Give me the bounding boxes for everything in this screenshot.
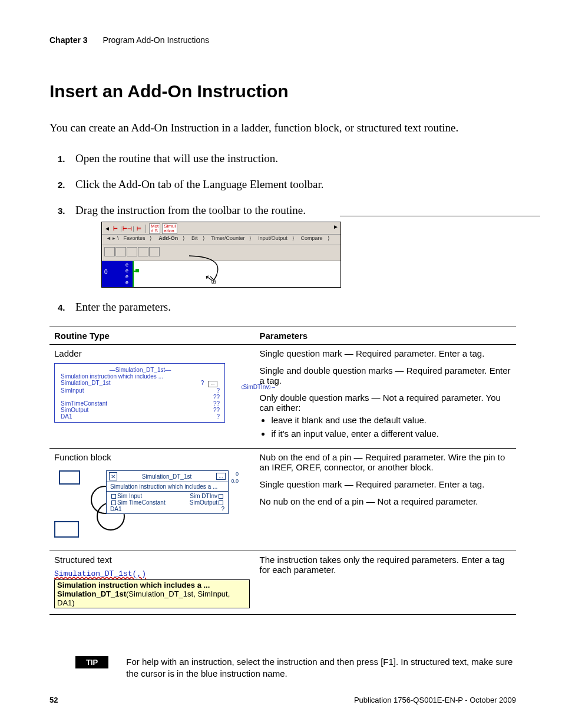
routine-ladder-label: Ladder <box>54 348 82 358</box>
ladder-bullet-2: if it's an input value, enter a differen… <box>271 429 511 439</box>
toolbar-screenshot: ◄ ⊢ ⊢⊣ ⊨ Motd S Simulation ► ◄ ▸ \Favori… <box>101 222 341 288</box>
tip-badge: TIP <box>75 656 108 668</box>
st-code: Simulation_DT_1st(,) <box>54 569 250 578</box>
th-routine-type: Routine Type <box>49 327 254 345</box>
ladder-canvas: 0 eeee ↖⊞ <box>102 261 340 287</box>
st-param-1: The instruction takes only the required … <box>259 555 511 575</box>
toolbar-tabs: ◄ ▸ \Favorites⟩ Add-On⟩ Bit⟩ Timer/Count… <box>102 234 340 245</box>
fb-param-2: Single question mark — Required paramete… <box>259 479 511 489</box>
tab-addon: Add-On <box>156 235 180 241</box>
step-2: 2.Click the Add-On tab of the Language E… <box>58 178 516 191</box>
publication-id: Publication 1756-QS001E-EN-P - October 2… <box>354 696 516 704</box>
chapter-title: Program Add-On Instructions <box>103 35 209 45</box>
routine-fb-label: Function block <box>54 452 111 462</box>
tip-block: TIP For help with an instruction, select… <box>75 656 516 680</box>
step-4: 4.Enter the parameters. <box>58 301 516 314</box>
fb-figure: ✕Simulation_DT_1st... Simulation instruc… <box>54 468 243 545</box>
routine-st-label: Structured text <box>54 555 112 565</box>
rung-block: 0 eeee <box>102 261 134 287</box>
running-header: Chapter 3 Program Add-On Instructions <box>49 35 516 45</box>
st-figure: Simulation_DT_1st(,) Simulation instruct… <box>54 569 250 608</box>
st-tooltip: Simulation instruction which includes a … <box>54 579 250 608</box>
table-row-st: Structured text Simulation_DT_1st(,) Sim… <box>49 551 516 615</box>
ladder-figure: —Simulation_DT_1st— Simulation instructi… <box>54 363 225 423</box>
parameters-table: Routine Type Parameters Ladder —Simulati… <box>49 327 516 615</box>
fb-param-3: No nub on the end of a pin — Not a requi… <box>259 496 511 506</box>
ladder-param-2: Single and double question marks — Requi… <box>259 365 511 386</box>
cursor-icon: ↖⊞ <box>204 272 218 283</box>
table-row-fb: Function block ✕Simulation_DT_1st... Sim… <box>49 449 516 551</box>
toolbar-icon-mot: Motd S <box>149 223 160 234</box>
page-footer: 52 Publication 1756-QS001E-EN-P - Octobe… <box>49 696 516 704</box>
chapter-label: Chapter 3 <box>49 35 88 45</box>
step-3: 3.Drag the instruction from the toolbar … <box>58 204 516 288</box>
ladder-bullet-1: leave it blank and use the default value… <box>271 415 511 425</box>
page-number: 52 <box>49 696 58 704</box>
page-title: Insert an Add-On Instruction <box>49 81 516 101</box>
table-row-ladder: Ladder —Simulation_DT_1st— Simulation in… <box>49 345 516 449</box>
intro-text: You can create an Add-On Instruction in … <box>49 121 516 134</box>
ladder-param-3: Only double question marks — Not a requi… <box>259 393 511 413</box>
ladder-param-1: Single question mark — Required paramete… <box>259 348 511 358</box>
fb-param-1: Nub on the end of a pin — Required param… <box>259 452 511 472</box>
step-1: 1.Open the routine that will use the ins… <box>58 152 516 165</box>
tip-text: For help with an instruction, select the… <box>126 656 516 680</box>
toolbar-icon-simul: Simulation <box>162 223 177 234</box>
th-parameters: Parameters <box>254 327 516 345</box>
